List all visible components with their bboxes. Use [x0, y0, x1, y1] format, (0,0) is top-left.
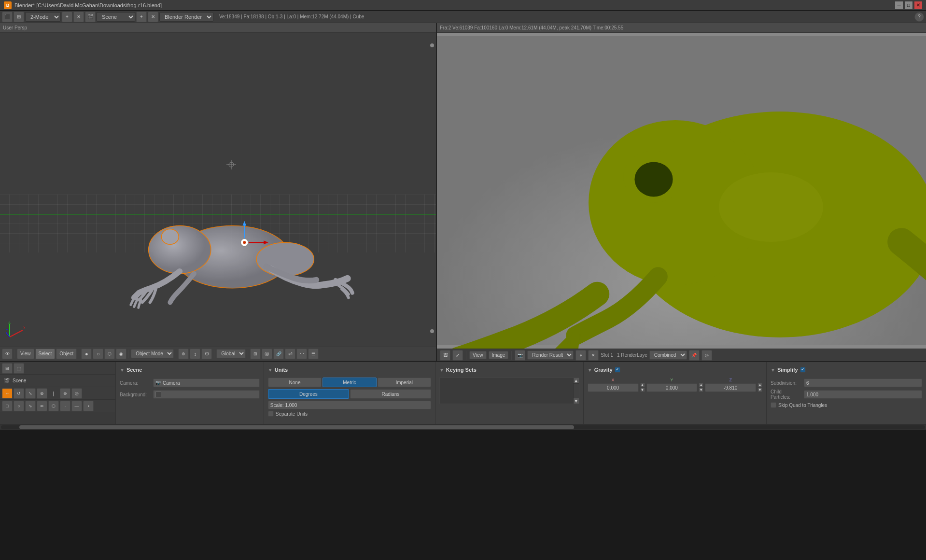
shading-wire-icon[interactable]: ○	[93, 349, 103, 359]
circle-select-tool[interactable]: ○	[14, 401, 24, 411]
panel-scene: ▼ Scene Camera: 📷 Camera Background:	[116, 362, 264, 424]
expand-icon-btn[interactable]: ⬚	[14, 363, 24, 374]
gravity-y-dn[interactable]: ▼	[699, 388, 703, 392]
vert-btn[interactable]: ·	[60, 401, 70, 411]
add-screen-btn[interactable]: +	[62, 12, 72, 22]
screen-layout-btn[interactable]: ⊞	[14, 12, 24, 22]
transform-space-dropdown[interactable]: Global	[216, 349, 246, 358]
viewport-toolbar-left: 👁 View Select Object ● ○ ⬡ ◉ Object Mode…	[0, 347, 436, 360]
background-input[interactable]	[153, 390, 260, 399]
combined-dropdown[interactable]: Combined	[649, 350, 687, 360]
frog-model	[122, 195, 362, 315]
image-type-icon[interactable]: 🖼	[440, 350, 450, 361]
extra-icon2[interactable]: ☰	[308, 349, 319, 359]
image-expand-icon[interactable]: ⤢	[452, 350, 463, 361]
gravity-x-up[interactable]: ▲	[640, 383, 645, 387]
scale-tool[interactable]: ⤡	[25, 388, 36, 399]
metric-btn[interactable]: Metric	[323, 378, 376, 387]
child-particles-input[interactable]: 1.000	[804, 390, 922, 399]
maximize-button[interactable]: □	[905, 1, 912, 9]
render-engine-selector[interactable]: Blender Render	[159, 12, 213, 22]
origin-tool[interactable]: ◎	[71, 388, 82, 399]
view-btn[interactable]: View	[17, 349, 34, 359]
blender-logo-btn[interactable]: ⬛	[2, 12, 13, 22]
scope-icon[interactable]: ◎	[702, 350, 712, 361]
overlay-icon[interactable]: ⊞	[250, 349, 261, 359]
del-screen-btn[interactable]: ✕	[73, 12, 84, 22]
snap-btn[interactable]: 🔗	[273, 349, 284, 359]
render-icon-btn[interactable]: 🎬	[85, 12, 96, 22]
gravity-x-input[interactable]: 0.000	[588, 383, 639, 392]
skip-quad-checkbox[interactable]	[771, 402, 776, 408]
translate-tool[interactable]: ↔	[2, 388, 13, 399]
gravity-enabled-checkbox[interactable]	[615, 367, 620, 373]
keying-scroll-down[interactable]: ▼	[574, 398, 579, 404]
render-result-dropdown[interactable]: Render Result	[527, 350, 574, 360]
del-scene-btn[interactable]: ✕	[148, 12, 158, 22]
separate-units-label: Separate Units	[276, 411, 308, 417]
mirror-icon[interactable]: ⇌	[285, 349, 295, 359]
extra-icon1[interactable]: ⋯	[296, 349, 307, 359]
panel-gravity: ▼ Gravity X 0.000 ▲ ▼ Y 0.000 ▲	[584, 362, 767, 424]
mesh-btn[interactable]: ⬡	[48, 401, 59, 411]
gravity-y-input[interactable]: 0.000	[646, 383, 698, 392]
minimize-button[interactable]: ─	[895, 1, 903, 9]
camera-input[interactable]: 📷 Camera	[153, 378, 260, 387]
manipulator-icon[interactable]: ↕	[190, 349, 200, 359]
mode-selector[interactable]: 2-Model	[25, 12, 61, 22]
face-btn[interactable]: ▪	[83, 401, 94, 411]
shading-solid-icon[interactable]: ●	[81, 349, 92, 359]
render-edit-icon[interactable]: F	[575, 350, 586, 361]
pivot-icon[interactable]: ⊕	[178, 349, 189, 359]
scale-field[interactable]: Scale: 1.000	[268, 401, 431, 409]
gravity-z-dn[interactable]: ▼	[758, 388, 762, 392]
image-btn[interactable]: Image	[489, 351, 509, 359]
xform-tool[interactable]: ⊗	[37, 388, 47, 399]
gravity-x-dn[interactable]: ▼	[640, 388, 645, 392]
help-icon[interactable]: ?	[914, 12, 924, 22]
add-scene-btn[interactable]: +	[136, 12, 147, 22]
svg-point-36	[719, 172, 823, 242]
render-header: Fra:2 Ve:61039 Fa:100160 La:0 Mem:12.61M…	[437, 23, 926, 33]
shading-mat-icon[interactable]: ◉	[116, 349, 126, 359]
scroll-track[interactable]	[1, 425, 925, 429]
select-btn[interactable]: Select	[35, 349, 56, 359]
separate-btn[interactable]: ⤄	[37, 401, 47, 411]
background-row: Background:	[120, 389, 260, 400]
rotate-tool[interactable]: ↺	[14, 388, 24, 399]
render-icon[interactable]: 📷	[515, 350, 525, 361]
lasso-tool[interactable]: ∿	[25, 401, 36, 411]
separate-units-checkbox[interactable]	[268, 411, 274, 417]
object-btn[interactable]: Object	[56, 349, 77, 359]
proportional-icon[interactable]: ◎	[262, 349, 272, 359]
render-canvas[interactable]	[437, 33, 926, 349]
gravity-z-up[interactable]: ▲	[758, 383, 762, 387]
view-btn-img[interactable]: View	[469, 351, 487, 359]
object-mode-dropdown[interactable]: Object Mode	[131, 349, 174, 358]
axes-indicator: X Z Y	[6, 322, 25, 341]
skip-quad-label: Skip Quad to Triangles	[778, 403, 827, 408]
render-close-icon[interactable]: ✕	[588, 350, 599, 361]
gravity-z-input[interactable]: -9.810	[705, 383, 756, 392]
none-btn[interactable]: None	[268, 378, 322, 387]
scene-selector[interactable]: Scene	[97, 12, 135, 22]
imperial-btn[interactable]: Imperial	[378, 378, 431, 387]
simplify-enabled-checkbox[interactable]	[800, 367, 806, 373]
cursor-tool[interactable]: ⊕	[60, 388, 70, 399]
keying-scroll-up[interactable]: ▲	[574, 378, 579, 384]
snap-icon[interactable]: ⊙	[201, 349, 212, 359]
degrees-btn[interactable]: Degrees	[268, 389, 349, 399]
shading-tex-icon[interactable]: ⬡	[104, 349, 115, 359]
scene-icon-btn[interactable]: ⊞	[2, 363, 13, 374]
viewport-type-icon[interactable]: 👁	[2, 349, 13, 359]
gravity-y-arrows: ▲ ▼	[699, 378, 703, 392]
close-button[interactable]: ✕	[914, 1, 922, 9]
gravity-y-up[interactable]: ▲	[699, 383, 703, 387]
radians-btn[interactable]: Radians	[350, 389, 431, 399]
pin-icon[interactable]: 📌	[689, 350, 700, 361]
viewport-canvas-left[interactable]: X Z Y	[0, 33, 436, 347]
subdivision-input[interactable]: 6	[804, 378, 922, 387]
scroll-thumb[interactable]	[19, 425, 574, 429]
box-select-tool[interactable]: □	[2, 401, 13, 411]
edge-btn[interactable]: —	[71, 401, 82, 411]
